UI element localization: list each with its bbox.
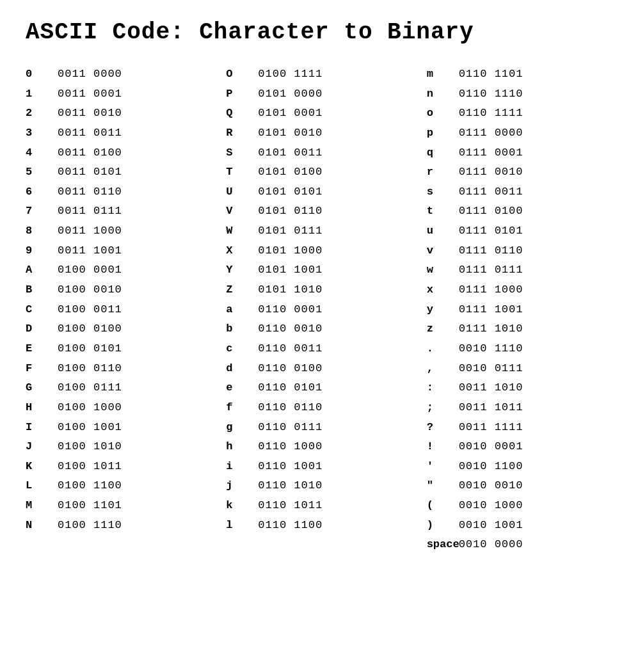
table-row: '0010 1100 bbox=[427, 457, 614, 477]
char-cell: M bbox=[26, 498, 58, 514]
table-row: 60011 0110 bbox=[26, 182, 213, 202]
char-cell: v bbox=[427, 243, 459, 259]
binary-cell: 0110 0101 bbox=[258, 380, 323, 396]
binary-cell: 0011 1111 bbox=[459, 420, 524, 436]
char-cell: ; bbox=[427, 400, 459, 416]
binary-cell: 0111 1001 bbox=[459, 302, 524, 318]
char-cell: . bbox=[427, 341, 459, 357]
binary-cell: 0101 0001 bbox=[258, 106, 323, 122]
char-cell: f bbox=[226, 400, 258, 416]
binary-cell: 0100 1100 bbox=[58, 478, 122, 494]
binary-cell: 0111 0001 bbox=[459, 145, 524, 161]
binary-cell: 0101 1001 bbox=[258, 262, 323, 278]
table-row: N0100 1110 bbox=[26, 516, 213, 536]
char-cell: p bbox=[427, 125, 459, 141]
char-cell: Z bbox=[226, 282, 258, 298]
table-row: F0100 0110 bbox=[26, 359, 213, 379]
char-cell: z bbox=[427, 321, 459, 337]
char-cell: C bbox=[26, 302, 58, 318]
table-row: a0110 0001 bbox=[226, 300, 413, 320]
table-row: W0101 0111 bbox=[226, 221, 413, 241]
table-row: B0100 0010 bbox=[26, 280, 213, 300]
char-cell: a bbox=[226, 302, 258, 318]
ascii-table: 00011 000010011 000120011 001030011 0011… bbox=[26, 65, 614, 555]
char-cell: " bbox=[427, 478, 459, 494]
table-row: S0101 0011 bbox=[226, 143, 413, 163]
table-row: K0100 1011 bbox=[26, 457, 213, 477]
binary-cell: 0110 1000 bbox=[258, 439, 323, 455]
char-cell: u bbox=[427, 223, 459, 239]
char-cell: q bbox=[427, 145, 459, 161]
binary-cell: 0101 1010 bbox=[258, 282, 323, 298]
table-row: space0010 0000 bbox=[427, 535, 614, 555]
binary-cell: 0010 0010 bbox=[459, 478, 524, 494]
table-row: 40011 0100 bbox=[26, 143, 213, 163]
binary-cell: 0100 1000 bbox=[58, 400, 122, 416]
table-row: h0110 1000 bbox=[226, 437, 413, 457]
char-cell: ? bbox=[427, 420, 459, 436]
table-row: d0110 0100 bbox=[226, 359, 413, 379]
char-cell: y bbox=[427, 302, 459, 318]
binary-cell: 0010 0111 bbox=[459, 361, 524, 377]
char-cell: ( bbox=[427, 498, 459, 514]
char-cell: 7 bbox=[26, 204, 58, 220]
binary-cell: 0100 0111 bbox=[58, 380, 122, 396]
table-row: m0110 1101 bbox=[427, 65, 614, 84]
binary-cell: 0100 1001 bbox=[58, 420, 122, 436]
binary-cell: 0111 0010 bbox=[459, 164, 524, 180]
table-row: 30011 0011 bbox=[26, 124, 213, 143]
char-cell: i bbox=[226, 459, 258, 475]
table-row: 80011 1000 bbox=[26, 221, 213, 241]
char-cell: space bbox=[427, 537, 459, 553]
binary-cell: 0101 0110 bbox=[258, 204, 323, 220]
char-cell: s bbox=[427, 184, 459, 200]
char-cell: L bbox=[26, 478, 58, 494]
table-row: n0110 1110 bbox=[427, 84, 614, 104]
table-row: v0111 0110 bbox=[427, 241, 614, 261]
table-row: q0111 0001 bbox=[427, 143, 614, 163]
char-cell: F bbox=[26, 361, 58, 377]
binary-cell: 0110 1101 bbox=[459, 67, 524, 83]
binary-cell: 0100 1101 bbox=[58, 498, 122, 514]
binary-cell: 0111 1010 bbox=[459, 321, 524, 337]
char-cell: g bbox=[226, 420, 258, 436]
binary-cell: 0010 1110 bbox=[459, 341, 524, 357]
table-row: Z0101 1010 bbox=[226, 280, 413, 300]
table-row: ,0010 0111 bbox=[427, 359, 614, 379]
binary-cell: 0100 0011 bbox=[58, 302, 122, 318]
column-0: 00011 000010011 000120011 001030011 0011… bbox=[26, 65, 213, 555]
binary-cell: 0100 1111 bbox=[258, 67, 323, 83]
binary-cell: 0011 0011 bbox=[58, 125, 122, 141]
binary-cell: 0110 1010 bbox=[258, 478, 323, 494]
binary-cell: 0011 0100 bbox=[58, 145, 122, 161]
binary-cell: 0010 1000 bbox=[459, 498, 524, 514]
binary-cell: 0100 0101 bbox=[58, 341, 122, 357]
table-row: L0100 1100 bbox=[26, 476, 213, 496]
binary-cell: 0101 0111 bbox=[258, 223, 323, 239]
table-row: s0111 0011 bbox=[427, 182, 614, 202]
binary-cell: 0101 0101 bbox=[258, 184, 323, 200]
table-row: R0101 0010 bbox=[226, 124, 413, 143]
table-row: z0111 1010 bbox=[427, 319, 614, 339]
char-cell: e bbox=[226, 380, 258, 396]
table-row: u0111 0101 bbox=[427, 221, 614, 241]
char-cell: k bbox=[226, 498, 258, 514]
char-cell: K bbox=[26, 459, 58, 475]
binary-cell: 0110 1011 bbox=[258, 498, 323, 514]
page-title: ASCII Code: Character to Binary bbox=[26, 19, 614, 45]
column-1: O0100 1111P0101 0000Q0101 0001R0101 0010… bbox=[226, 65, 413, 555]
char-cell: 8 bbox=[26, 223, 58, 239]
char-cell: S bbox=[226, 145, 258, 161]
char-cell: A bbox=[26, 262, 58, 278]
binary-cell: 0010 1100 bbox=[459, 459, 524, 475]
binary-cell: 0111 0101 bbox=[459, 223, 524, 239]
char-cell: H bbox=[26, 400, 58, 416]
char-cell: U bbox=[226, 184, 258, 200]
table-row: ;0011 1011 bbox=[427, 398, 614, 418]
table-row: V0101 0110 bbox=[226, 202, 413, 221]
table-row: E0100 0101 bbox=[26, 339, 213, 359]
binary-cell: 0110 1111 bbox=[459, 106, 524, 122]
binary-cell: 0010 1001 bbox=[459, 518, 524, 534]
table-row: o0110 1111 bbox=[427, 104, 614, 124]
table-row: G0100 0111 bbox=[26, 378, 213, 398]
